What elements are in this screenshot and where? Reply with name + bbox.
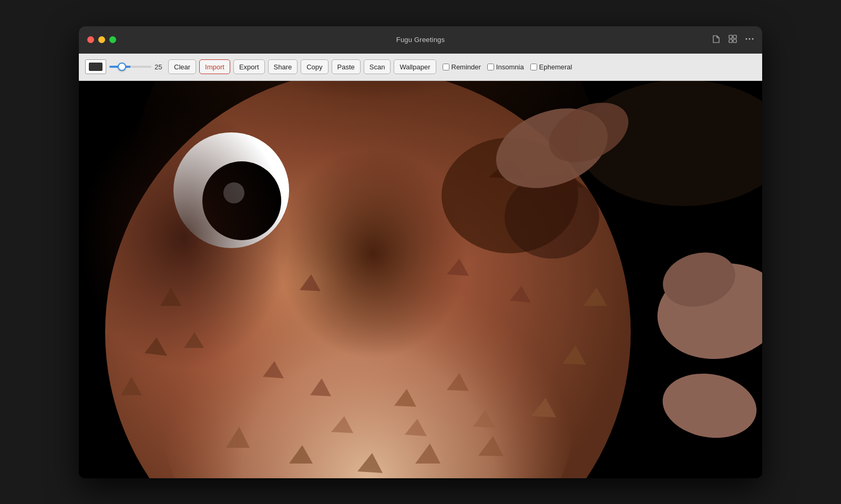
size-slider[interactable] bbox=[109, 66, 151, 68]
more-options-icon[interactable] bbox=[745, 35, 754, 45]
ephemeral-checkbox[interactable] bbox=[530, 64, 537, 70]
close-button[interactable] bbox=[87, 36, 94, 43]
svg-point-4 bbox=[746, 38, 747, 39]
slider-container: 25 bbox=[109, 63, 165, 71]
maximize-button[interactable] bbox=[109, 36, 116, 43]
export-button[interactable]: Export bbox=[233, 59, 265, 74]
scan-button[interactable]: Scan bbox=[364, 59, 391, 74]
paste-button[interactable]: Paste bbox=[332, 59, 361, 74]
svg-point-21 bbox=[505, 174, 599, 259]
reminder-checkbox-label[interactable]: Reminder bbox=[443, 63, 481, 71]
clear-button[interactable]: Clear bbox=[168, 59, 196, 74]
svg-point-6 bbox=[752, 38, 754, 39]
traffic-lights bbox=[87, 36, 116, 43]
svg-rect-3 bbox=[733, 39, 736, 43]
canvas-area[interactable] bbox=[79, 81, 762, 478]
window-title: Fugu Greetings bbox=[396, 36, 445, 44]
titlebar-actions bbox=[712, 35, 754, 45]
svg-rect-0 bbox=[729, 35, 732, 38]
app-window: Fugu Greetings bbox=[79, 26, 762, 478]
minimize-button[interactable] bbox=[98, 36, 105, 43]
toolbar: 25 Clear Import Export Share Copy Paste … bbox=[79, 54, 762, 81]
document-icon[interactable] bbox=[712, 35, 720, 45]
wallpaper-button[interactable]: Wallpaper bbox=[394, 59, 436, 74]
slider-value: 25 bbox=[155, 63, 165, 71]
svg-rect-1 bbox=[733, 35, 736, 38]
extensions-icon[interactable] bbox=[729, 35, 737, 45]
insomnia-checkbox[interactable] bbox=[487, 64, 494, 70]
svg-rect-2 bbox=[729, 39, 732, 43]
pufferfish-image bbox=[79, 81, 762, 478]
checkbox-group: Reminder Insomnia Ephemeral bbox=[443, 63, 572, 71]
pen-preview bbox=[85, 59, 106, 74]
svg-point-5 bbox=[749, 38, 751, 39]
ephemeral-checkbox-label[interactable]: Ephemeral bbox=[530, 63, 572, 71]
insomnia-label: Insomnia bbox=[496, 63, 524, 71]
import-button[interactable]: Import bbox=[199, 59, 230, 74]
insomnia-checkbox-label[interactable]: Insomnia bbox=[487, 63, 524, 71]
reminder-checkbox[interactable] bbox=[443, 64, 449, 70]
pen-preview-inner bbox=[89, 63, 102, 71]
copy-button[interactable]: Copy bbox=[301, 59, 328, 74]
ephemeral-label: Ephemeral bbox=[539, 63, 572, 71]
titlebar: Fugu Greetings bbox=[79, 26, 762, 54]
reminder-label: Reminder bbox=[452, 63, 481, 71]
share-button[interactable]: Share bbox=[268, 59, 298, 74]
